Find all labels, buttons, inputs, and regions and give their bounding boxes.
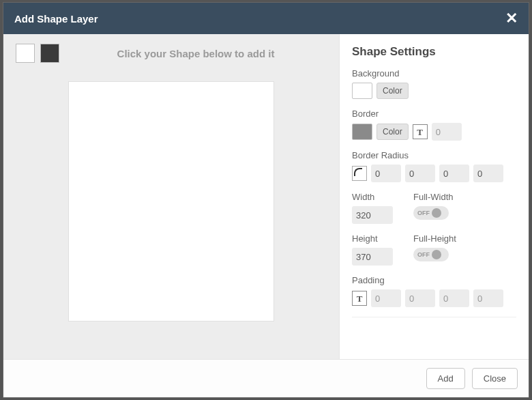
background-field: Background Color	[352, 68, 516, 99]
divider	[352, 317, 516, 317]
full-width-toggle[interactable]: OFF	[413, 206, 449, 220]
height-row: Height Full-Height OFF	[352, 233, 516, 266]
swatch-white[interactable]	[16, 44, 35, 63]
padding-label: Padding	[352, 275, 516, 285]
border-radius-br-input[interactable]	[439, 165, 469, 182]
border-radius-label: Border Radius	[352, 150, 516, 160]
background-color-swatch[interactable]	[352, 83, 372, 99]
width-label: Width	[352, 192, 393, 202]
border-label: Border	[352, 109, 516, 119]
shape-color-swatches: Click your Shape below to add it	[16, 44, 327, 63]
border-radius-icon[interactable]	[352, 166, 367, 181]
left-panel: Click your Shape below to add it	[3, 34, 339, 359]
border-radius-tr-input[interactable]	[405, 165, 435, 182]
full-height-toggle[interactable]: OFF	[413, 248, 449, 261]
border-radius-bl-input[interactable]	[473, 165, 503, 182]
modal-title: Add Shape Layer	[14, 13, 98, 25]
canvas-hint: Click your Shape below to add it	[65, 48, 327, 59]
full-height-label: Full-Height	[413, 233, 456, 244]
padding-right-input[interactable]	[405, 289, 435, 307]
border-link-icon[interactable]: T	[413, 124, 428, 139]
toggle-knob-icon	[432, 250, 441, 259]
padding-left-input[interactable]	[473, 289, 503, 307]
add-button[interactable]: Add	[426, 368, 465, 389]
shape-canvas[interactable]	[69, 82, 274, 321]
padding-bottom-input[interactable]	[439, 289, 469, 307]
close-button[interactable]: Close	[472, 368, 518, 389]
modal-body: Click your Shape below to add it Shape S…	[3, 34, 529, 359]
padding-link-icon[interactable]: T	[352, 291, 367, 306]
height-label: Height	[352, 233, 393, 244]
add-shape-layer-modal: Add Shape Layer ✕ Click your Shape below…	[3, 2, 529, 398]
border-radius-tl-input[interactable]	[371, 165, 401, 182]
border-color-button[interactable]: Color	[376, 124, 409, 140]
full-height-state: OFF	[417, 251, 430, 258]
size-row: Width Full-Width OFF	[352, 192, 516, 224]
swatch-dark[interactable]	[40, 44, 59, 63]
settings-title: Shape Settings	[352, 45, 516, 59]
border-color-swatch[interactable]	[352, 124, 372, 140]
close-icon[interactable]: ✕	[505, 11, 518, 26]
border-width-input[interactable]	[432, 123, 462, 141]
toggle-knob-icon	[432, 208, 441, 218]
background-color-button[interactable]: Color	[376, 83, 409, 99]
width-input[interactable]	[352, 206, 393, 224]
titlebar: Add Shape Layer ✕	[3, 3, 529, 34]
full-width-label: Full-Width	[413, 192, 454, 202]
padding-field: Padding T	[352, 275, 516, 307]
modal-footer: Add Close	[3, 359, 529, 397]
background-label: Background	[352, 68, 516, 78]
canvas-area	[16, 82, 327, 349]
height-input[interactable]	[352, 248, 393, 266]
border-field: Border Color T	[352, 109, 516, 141]
full-width-state: OFF	[417, 210, 430, 216]
settings-panel: Shape Settings Background Color Border C…	[339, 34, 529, 359]
border-radius-field: Border Radius	[352, 150, 516, 182]
padding-top-input[interactable]	[371, 289, 401, 307]
